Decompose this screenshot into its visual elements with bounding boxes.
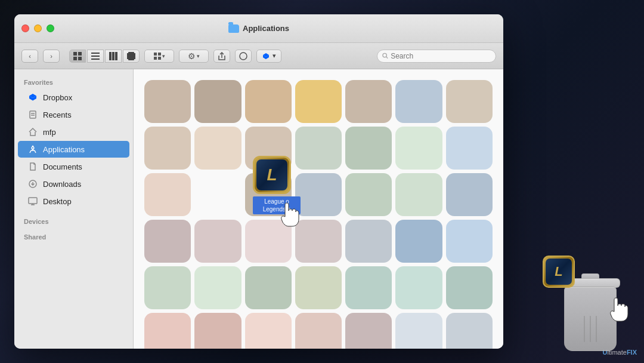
app-cell[interactable] (345, 220, 392, 263)
app-cell[interactable] (194, 313, 241, 349)
app-cell[interactable] (144, 266, 191, 309)
app-cell[interactable] (245, 220, 292, 263)
svg-rect-5 (91, 56, 100, 57)
trash-line (584, 316, 585, 342)
app-cell[interactable] (245, 80, 292, 123)
home-icon (27, 127, 38, 137)
svg-rect-13 (154, 53, 157, 56)
view-controls (69, 50, 140, 63)
downloads-icon (27, 179, 38, 189)
svg-rect-8 (112, 52, 114, 60)
trash-area: L (561, 273, 620, 351)
tag-button[interactable] (235, 50, 252, 63)
app-cell[interactable] (446, 173, 493, 216)
sidebar-item-recents[interactable]: Recents (18, 106, 129, 123)
svg-rect-11 (127, 53, 129, 59)
app-cell[interactable] (446, 80, 493, 123)
app-cell[interactable] (194, 220, 241, 263)
app-cell[interactable] (245, 313, 292, 349)
grid-content: L League o Legends.a (134, 69, 503, 349)
sidebar-item-downloads[interactable]: Downloads (18, 176, 129, 192)
app-cell[interactable] (345, 80, 392, 123)
app-cell[interactable] (194, 127, 241, 170)
sidebar-item-mfp[interactable]: mfp (18, 124, 129, 140)
app-cell[interactable] (194, 173, 241, 216)
svg-rect-6 (91, 59, 100, 60)
app-cell[interactable] (446, 220, 493, 263)
dropbox-icon (27, 92, 38, 103)
minimize-button[interactable] (34, 24, 42, 32)
shared-label: Shared (14, 231, 133, 243)
svg-point-18 (240, 53, 247, 60)
svg-rect-10 (128, 52, 134, 60)
favorites-label: Favorites (14, 76, 133, 88)
forward-button[interactable]: › (43, 50, 60, 63)
app-cell[interactable] (446, 127, 493, 170)
app-cell[interactable] (446, 313, 493, 349)
view-cover-button[interactable] (123, 50, 140, 63)
trash-line (596, 316, 597, 342)
action-button[interactable]: ⚙ ▾ (179, 50, 209, 63)
arrange-button[interactable]: ▾ (144, 50, 174, 63)
sidebar-documents-label: Documents (43, 162, 82, 171)
svg-rect-0 (73, 52, 77, 56)
app-cell[interactable] (295, 220, 342, 263)
sidebar-item-documents[interactable]: Documents (18, 158, 129, 175)
app-cell[interactable] (395, 173, 442, 216)
sidebar-dropbox-label: Dropbox (43, 93, 72, 102)
sidebar-recents-label: Recents (43, 110, 72, 119)
sidebar-downloads-label: Downloads (43, 180, 81, 189)
sidebar-item-desktop[interactable]: Desktop (18, 193, 129, 210)
app-cell[interactable] (295, 127, 342, 170)
app-cell[interactable] (144, 173, 191, 216)
svg-point-23 (383, 53, 386, 57)
view-icon-button[interactable] (69, 50, 86, 63)
app-cell[interactable] (395, 127, 442, 170)
app-cell[interactable] (446, 266, 493, 309)
sidebar-item-applications[interactable]: Applications (18, 141, 129, 158)
toolbar: ‹ › (14, 43, 503, 69)
svg-rect-16 (158, 57, 161, 60)
app-cell[interactable] (295, 313, 342, 349)
app-cell[interactable] (144, 127, 191, 170)
app-cell[interactable] (295, 266, 342, 309)
back-button[interactable]: ‹ (21, 50, 38, 63)
trash-body (564, 287, 617, 351)
maximize-button[interactable] (47, 24, 54, 32)
app-cell[interactable] (245, 266, 292, 309)
svg-rect-15 (154, 57, 157, 60)
dropbox-toolbar-button[interactable]: ▾ (256, 50, 281, 63)
app-cell[interactable] (395, 266, 442, 309)
lol-inner-trash: L (546, 259, 572, 285)
search-input[interactable] (391, 52, 491, 60)
app-cell[interactable] (345, 127, 392, 170)
documents-icon (27, 161, 38, 172)
app-cell[interactable] (395, 220, 442, 263)
app-cell[interactable] (395, 80, 442, 123)
app-cell[interactable] (345, 173, 392, 216)
svg-rect-4 (91, 53, 100, 54)
view-list-button[interactable] (87, 50, 104, 63)
app-cell[interactable] (144, 220, 191, 263)
view-columns-button[interactable] (105, 50, 122, 63)
app-cell[interactable] (144, 80, 191, 123)
recents-icon (27, 109, 38, 120)
search-box[interactable] (377, 50, 496, 63)
applications-icon (27, 144, 38, 155)
app-cell[interactable] (295, 80, 342, 123)
app-cell[interactable] (144, 313, 191, 349)
sidebar-item-dropbox[interactable]: Dropbox (18, 89, 129, 106)
app-cell[interactable] (345, 266, 392, 309)
lol-app-icon[interactable]: L League o Legends.a (253, 156, 301, 214)
app-cell[interactable] (395, 313, 442, 349)
app-cell[interactable] (194, 80, 241, 123)
svg-rect-3 (78, 57, 82, 60)
app-cell[interactable] (194, 266, 241, 309)
lol-badge-trash: L (543, 256, 575, 288)
share-button[interactable] (213, 50, 230, 63)
app-cell[interactable] (345, 313, 392, 349)
app-cell[interactable] (295, 173, 342, 216)
sidebar: Favorites Dropbox (14, 69, 134, 349)
close-button[interactable] (21, 24, 29, 32)
window-controls (21, 24, 54, 32)
